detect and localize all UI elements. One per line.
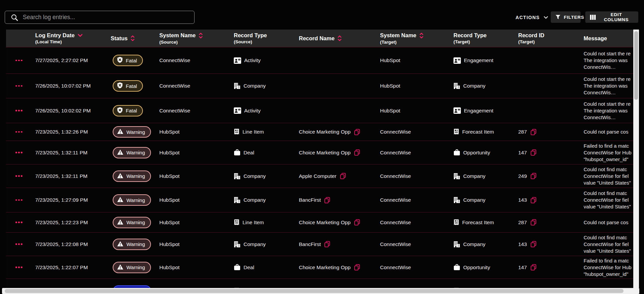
row-actions-menu-icon[interactable] bbox=[15, 266, 22, 268]
horizontal-scrollbar-thumb[interactable] bbox=[5, 289, 624, 293]
record-name: Choice Marketing Opp bbox=[299, 129, 351, 135]
source-system-name: ConnectWise bbox=[159, 57, 234, 63]
copy-record-name-icon[interactable] bbox=[324, 197, 330, 203]
source-record-type: Company bbox=[244, 83, 266, 89]
column-label: Record ID bbox=[518, 32, 544, 39]
column-header[interactable]: Record Name bbox=[299, 35, 380, 42]
message: Could not find matcConnectWise for fielv… bbox=[584, 234, 633, 254]
status-badge: Fatal bbox=[113, 105, 143, 116]
message: Could not parse cos bbox=[584, 219, 633, 226]
copy-record-name-icon[interactable] bbox=[354, 264, 360, 271]
column-header[interactable]: Log Entry Date (Local Time) bbox=[35, 32, 111, 44]
column-header: Record ID (Target) bbox=[518, 32, 584, 44]
target-system-name: ConnectWise bbox=[380, 241, 453, 247]
target-record-type-icon bbox=[453, 173, 460, 180]
target-record-type-icon bbox=[453, 107, 461, 114]
copy-record-name-icon[interactable] bbox=[324, 241, 330, 247]
row-actions-menu-icon[interactable] bbox=[15, 175, 22, 177]
status-badge: Warning bbox=[113, 239, 151, 250]
column-header[interactable]: Status bbox=[111, 35, 159, 42]
column-label: Log Entry Date bbox=[35, 32, 74, 39]
status-icon bbox=[117, 57, 123, 64]
table-row: 7/23/2025, 1:32:26 PM Warning HubSpot Li… bbox=[6, 123, 633, 141]
column-sublabel: (Target) bbox=[453, 39, 518, 44]
record-name: Choice Marketing Opp bbox=[299, 264, 351, 271]
record-id: 287 bbox=[518, 129, 527, 135]
target-record-type: Forecast Item bbox=[462, 129, 494, 135]
vertical-scrollbar[interactable] bbox=[633, 30, 639, 288]
actions-menu[interactable]: ACTIONS bbox=[516, 13, 548, 21]
column-header: Message bbox=[584, 35, 633, 42]
message: Could not parse cos bbox=[584, 129, 633, 135]
table-row: 7/23/2025, 1:32:11 PM Warning HubSpot Co… bbox=[6, 164, 633, 188]
log-entry-date: 7/27/2025, 2:27:02 PM bbox=[35, 57, 111, 63]
copy-record-name-icon[interactable] bbox=[354, 219, 360, 226]
status-icon bbox=[117, 82, 123, 90]
table-row: 7/23/2025, 1:22:07 PM Warning HubSpot De… bbox=[6, 256, 633, 279]
row-actions-menu-icon[interactable] bbox=[15, 60, 22, 61]
source-record-type: Line Item bbox=[243, 129, 264, 135]
target-record-type: Company bbox=[463, 197, 485, 203]
message: Could not start the reThe integration wa… bbox=[584, 76, 633, 96]
copy-record-id-icon[interactable] bbox=[531, 264, 536, 271]
message: Failed to find a matcConnectWise for Hub… bbox=[584, 143, 633, 163]
table-body: 7/27/2025, 2:27:02 PM Fatal ConnectWise … bbox=[6, 47, 633, 288]
source-record-type-icon bbox=[234, 83, 240, 89]
copy-record-name-icon[interactable] bbox=[354, 149, 360, 156]
edit-columns-button[interactable]: EDIT COLUMNS bbox=[585, 11, 638, 23]
source-record-type: Company bbox=[244, 173, 266, 179]
filters-button[interactable]: FILTERS bbox=[551, 11, 581, 23]
column-header[interactable]: System Name (Target) bbox=[380, 32, 453, 45]
status-icon bbox=[117, 264, 123, 271]
target-record-type: Company bbox=[463, 241, 485, 247]
copy-record-id-icon[interactable] bbox=[531, 241, 536, 247]
copy-record-id-icon[interactable] bbox=[531, 173, 536, 179]
message: Failed to find a matcConnectWise for Hub… bbox=[584, 257, 633, 278]
status-icon bbox=[117, 219, 123, 226]
copy-record-id-icon[interactable] bbox=[531, 197, 536, 203]
column-label: System Name bbox=[380, 32, 416, 39]
chevron-down-icon bbox=[544, 16, 548, 19]
column-header[interactable]: System Name (Source) bbox=[159, 32, 234, 45]
status-label: Fatal bbox=[126, 58, 137, 63]
source-system-name: ConnectWise bbox=[159, 108, 234, 114]
vertical-scrollbar-thumb[interactable] bbox=[634, 31, 638, 100]
row-actions-menu-icon[interactable] bbox=[15, 199, 22, 201]
search-box[interactable] bbox=[5, 11, 195, 24]
horizontal-scrollbar[interactable] bbox=[2, 288, 639, 294]
table-row: 7/23/2025, 1:27:09 PM Warning HubSpot Co… bbox=[6, 188, 633, 212]
row-actions-menu-icon[interactable] bbox=[15, 152, 22, 153]
row-actions-menu-icon[interactable] bbox=[15, 131, 22, 133]
search-input[interactable] bbox=[23, 14, 194, 21]
row-actions-menu-icon[interactable] bbox=[15, 85, 22, 87]
row-actions-menu-icon[interactable] bbox=[15, 243, 22, 245]
target-system-name: ConnectWise bbox=[380, 150, 453, 156]
column-sublabel: (Target) bbox=[518, 39, 584, 44]
target-system-name: HubSpot bbox=[380, 57, 453, 63]
status-icon bbox=[117, 107, 123, 114]
table-row: 7/23/2025, 1:32:11 PM Warning HubSpot De… bbox=[6, 141, 633, 164]
copy-record-id-icon[interactable] bbox=[531, 219, 536, 226]
copy-record-id-icon[interactable] bbox=[531, 149, 536, 156]
target-system-name: ConnectWise bbox=[380, 197, 453, 203]
column-sublabel: (Source) bbox=[159, 40, 234, 45]
status-badge: Warning bbox=[113, 126, 151, 138]
record-id: 249 bbox=[518, 173, 527, 179]
row-actions-menu-icon[interactable] bbox=[15, 222, 22, 223]
table-row: 7/26/2025, 10:07:02 PM Fatal ConnectWise… bbox=[6, 74, 633, 98]
sort-icon bbox=[130, 35, 135, 42]
filter-icon bbox=[555, 15, 560, 19]
status-badge: Fatal bbox=[113, 55, 143, 66]
status-badge: Warning bbox=[113, 147, 151, 158]
log-entry-date: 7/23/2025, 1:32:11 PM bbox=[35, 150, 111, 156]
source-record-type: Deal bbox=[244, 264, 254, 271]
sort-icon bbox=[337, 35, 342, 42]
row-actions-menu-icon[interactable] bbox=[15, 110, 22, 111]
source-system-name: HubSpot bbox=[159, 129, 234, 135]
log-entry-date: 7/23/2025, 1:32:11 PM bbox=[35, 173, 111, 179]
source-record-type: Line Item bbox=[243, 219, 264, 226]
copy-record-name-icon[interactable] bbox=[354, 129, 360, 135]
copy-record-id-icon[interactable] bbox=[531, 129, 536, 135]
copy-record-name-icon[interactable] bbox=[340, 173, 346, 179]
status-label: Warning bbox=[126, 129, 145, 135]
